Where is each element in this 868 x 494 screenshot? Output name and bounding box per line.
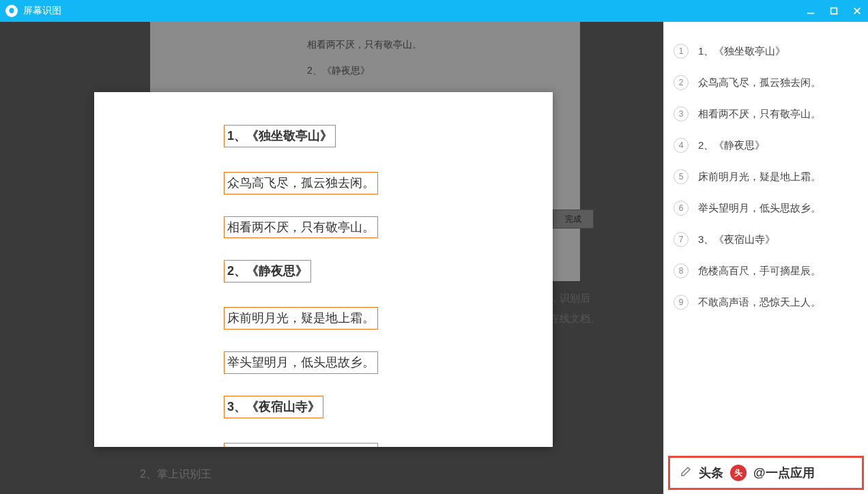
result-text: 危楼高百尺，手可摘星辰。	[698, 265, 858, 278]
result-text: 众鸟高飞尽，孤云独去闲。	[698, 76, 858, 89]
result-item[interactable]: 3 相看两不厌，只有敬亭山。	[674, 98, 858, 130]
results-list: 1 1、《独坐敬亭山》 2 众鸟高飞尽，孤云独去闲。 3 相看两不厌，只有敬亭山…	[664, 22, 868, 452]
result-item[interactable]: 5 床前明月光，疑是地上霜。	[674, 161, 858, 192]
result-number: 9	[674, 295, 689, 310]
result-item[interactable]: 2 众鸟高飞尽，孤云独去闲。	[674, 67, 858, 98]
close-button[interactable]	[852, 5, 863, 16]
watermark-footer: 头条 头 @一点应用	[668, 456, 864, 490]
result-number: 1	[674, 44, 689, 59]
result-item[interactable]: 8 危楼高百尺，手可摘星辰。	[674, 255, 858, 287]
maximize-button[interactable]	[828, 5, 839, 16]
ocr-poem-title: 1、《独坐敬亭山》	[224, 125, 336, 147]
bg-text-line: 2、《静夜思》	[307, 65, 370, 77]
done-button[interactable]: 完成	[553, 209, 594, 229]
ocr-poem-line: 众鸟高飞尽，孤云独去闲。	[224, 172, 378, 194]
secondary-list-item: 2、掌上识别王	[140, 467, 212, 482]
watermark-handle: @一点应用	[753, 465, 815, 481]
result-text: 举头望明月，低头思故乡。	[698, 202, 858, 215]
minimize-button[interactable]	[805, 5, 816, 16]
result-number: 5	[674, 169, 689, 184]
svg-rect-1	[831, 8, 837, 14]
result-number: 2	[674, 75, 689, 90]
titlebar: 屏幕识图	[0, 0, 868, 22]
result-number: 7	[674, 232, 689, 247]
result-text: 1、《独坐敬亭山》	[698, 45, 858, 58]
result-number: 4	[674, 138, 689, 153]
ocr-selection-card: 1、《独坐敬亭山》 众鸟高飞尽，孤云独去闲。 相看两不厌，只有敬亭山。 2、《静…	[94, 92, 553, 447]
app-logo-icon	[5, 5, 18, 17]
window-title: 屏幕识图	[23, 5, 805, 17]
main-content: 相看两不厌，只有敬亭山。 2、《静夜思》 完成 别截图，识别后 别腾讯在线文档。…	[0, 22, 868, 494]
result-item[interactable]: 7 3、《夜宿山寺》	[674, 224, 858, 255]
ocr-poem-line: 举头望明月，低头思故乡。	[224, 351, 378, 374]
ocr-poem-line: 危楼高百尺，手可摘星辰。	[224, 443, 378, 447]
result-number: 6	[674, 201, 689, 216]
ocr-poem-line: 相看两不厌，只有敬亭山。	[224, 216, 378, 239]
image-viewer: 相看两不厌，只有敬亭山。 2、《静夜思》 完成 别截图，识别后 别腾讯在线文档。…	[0, 22, 663, 494]
result-number: 3	[674, 106, 689, 121]
result-text: 2、《静夜思》	[698, 139, 858, 152]
ocr-poem-title: 2、《静夜思》	[224, 260, 311, 282]
edit-icon[interactable]	[680, 465, 692, 481]
result-text: 相看两不厌，只有敬亭山。	[698, 108, 858, 121]
result-text: 床前明月光，疑是地上霜。	[698, 171, 858, 184]
result-item[interactable]: 1 1、《独坐敬亭山》	[674, 35, 858, 67]
result-item[interactable]: 4 2、《静夜思》	[674, 130, 858, 161]
bg-text-line: 相看两不厌，只有敬亭山。	[307, 39, 422, 51]
ocr-poem-title: 3、《夜宿山寺》	[224, 396, 323, 418]
result-item[interactable]: 9 不敢高声语，恐惊天上人。	[674, 287, 858, 318]
result-text: 3、《夜宿山寺》	[698, 233, 858, 246]
result-text: 不敢高声语，恐惊天上人。	[698, 296, 858, 309]
avatar-icon: 头	[730, 465, 747, 481]
result-item[interactable]: 6 举头望明月，低头思故乡。	[674, 192, 858, 224]
viewer-stage: 相看两不厌，只有敬亭山。 2、《静夜思》 完成 别截图，识别后 别腾讯在线文档。…	[0, 22, 663, 494]
watermark-brand: 头条	[699, 465, 723, 481]
window-controls	[805, 5, 863, 16]
result-number: 8	[674, 263, 689, 278]
ocr-poem-line: 床前明月光，疑是地上霜。	[224, 307, 378, 330]
results-sidebar: 1 1、《独坐敬亭山》 2 众鸟高飞尽，孤云独去闲。 3 相看两不厌，只有敬亭山…	[663, 22, 868, 494]
